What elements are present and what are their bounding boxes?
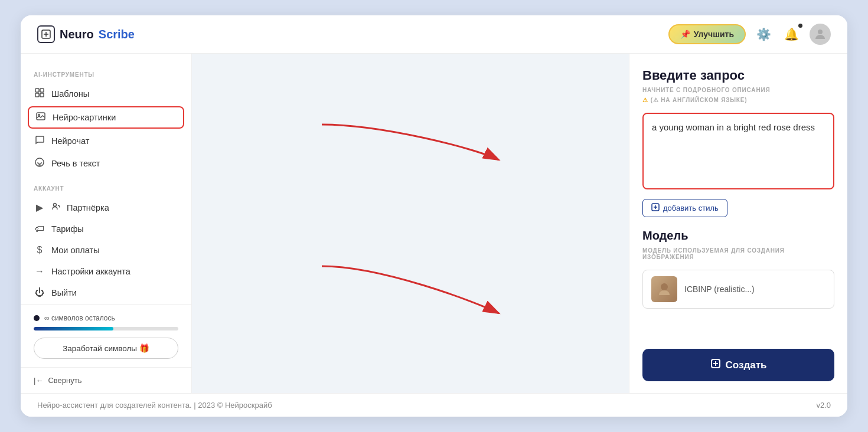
svg-rect-5 — [40, 93, 44, 97]
arrow2-svg — [310, 254, 511, 325]
create-label: Создать — [726, 359, 767, 371]
svg-rect-2 — [35, 89, 39, 92]
sidebar-section-account: АККАУНТ — [21, 185, 191, 192]
panel-subtitle2: ⚠ (⚠ НА АНГЛИЙСКОМ ЯЗЫКЕ) — [642, 97, 834, 103]
logout-label: Выйти — [51, 288, 77, 297]
panel-subtitle-text: НАЧНИТЕ С ПОДРОБНОГО ОПИСАНИЯ — [642, 87, 770, 93]
pin-icon: 📌 — [680, 30, 690, 39]
speech-label: Речь в текст — [51, 159, 100, 168]
svg-point-13 — [661, 283, 668, 290]
svg-point-7 — [38, 114, 40, 116]
create-button[interactable]: Создать — [642, 349, 834, 381]
logo-neuro: Neuro — [60, 28, 94, 41]
sidebar-item-neuro-images[interactable]: Нейро-картинки — [28, 106, 184, 129]
theme-toggle-button[interactable]: ⚙️ — [754, 25, 774, 44]
prompt-textarea[interactable] — [642, 113, 834, 189]
neuro-chat-label: Нейрочат — [51, 136, 89, 146]
tariffs-label: Тарифы — [51, 224, 84, 234]
model-selector[interactable]: ICBINP (realistic...) — [642, 270, 834, 309]
main-layout: AI-ИНСТРУМЕНТЫ Шаблоны — [21, 54, 847, 393]
symbols-label: ∞ символов осталось — [44, 314, 115, 322]
add-style-label: добавить стиль — [663, 204, 719, 212]
sidebar-collapse-button[interactable]: |← Свернуть — [21, 367, 191, 393]
symbols-info: ∞ символов осталось — [34, 314, 178, 322]
sidebar-item-payments[interactable]: $ Мои оплаты — [21, 240, 191, 261]
templates-icon — [34, 88, 45, 100]
sidebar-item-templates[interactable]: Шаблоны — [21, 83, 191, 105]
speech-icon — [34, 158, 45, 169]
svg-point-1 — [818, 30, 823, 34]
sidebar-item-account-settings[interactable]: → Настройки аккаунта — [21, 261, 191, 282]
app-container: NeuroScribe 📌 Улучшить ⚙️ 🔔 AI-ИНСТРУМЕН… — [21, 15, 847, 417]
add-style-button[interactable]: добавить стиль — [642, 199, 727, 217]
model-subtitle: МОДЕЛЬ ИСПОЛЬЗУЕМАЯ ДЛЯ СОЗДАНИЯ ИЗОБРАЖ… — [642, 247, 834, 260]
earn-button[interactable]: Заработай символы 🎁 — [34, 338, 178, 359]
logout-icon: ⏻ — [34, 287, 45, 298]
footer: Нейро-ассистент для создателей контента.… — [21, 393, 847, 417]
model-thumbnail — [651, 276, 677, 302]
collapse-label: Свернуть — [48, 376, 81, 385]
footer-version: v2.0 — [816, 401, 831, 410]
notification-button[interactable]: 🔔 — [782, 25, 801, 44]
logo-scribe: Scribe — [99, 28, 135, 41]
panel-title: Введите запрос — [642, 68, 834, 83]
svg-rect-4 — [35, 93, 39, 97]
upgrade-button[interactable]: 📌 Улучшить — [668, 24, 746, 44]
warning-icon: ⚠ — [642, 97, 648, 103]
progress-bar-fill — [34, 327, 113, 330]
add-style-icon — [651, 203, 660, 213]
svg-rect-3 — [40, 89, 44, 92]
avatar[interactable] — [810, 24, 831, 45]
logo-icon — [37, 25, 55, 43]
header: NeuroScribe 📌 Улучшить ⚙️ 🔔 — [21, 15, 847, 54]
model-section-title: Модель — [642, 229, 834, 243]
neuro-chat-icon — [34, 135, 45, 147]
account-settings-icon: → — [34, 266, 45, 277]
templates-label: Шаблоны — [51, 89, 89, 99]
neuro-images-label: Нейро-картинки — [53, 113, 116, 122]
notification-wrapper: 🔔 — [782, 25, 801, 44]
upgrade-label: Улучшить — [694, 30, 734, 39]
main-canvas — [192, 54, 629, 393]
sidebar: AI-ИНСТРУМЕНТЫ Шаблоны — [21, 54, 192, 393]
sidebar-section-ai: AI-ИНСТРУМЕНТЫ — [21, 71, 191, 78]
create-icon — [710, 358, 721, 372]
header-right: 📌 Улучшить ⚙️ 🔔 — [668, 24, 831, 45]
progress-bar-bg — [34, 327, 178, 330]
symbol-dot — [34, 315, 40, 321]
collapse-icon: |← — [34, 376, 43, 385]
partner-icon2 — [51, 202, 61, 213]
panel-subtitle: НАЧНИТЕ С ПОДРОБНОГО ОПИСАНИЯ — [642, 87, 834, 93]
sidebar-item-speech[interactable]: Речь в текст — [21, 152, 191, 175]
model-thumb-img — [651, 276, 677, 302]
sidebar-item-tariffs[interactable]: 🏷 Тарифы — [21, 218, 191, 240]
content-area: Введите запрос НАЧНИТЕ С ПОДРОБНОГО ОПИС… — [192, 54, 847, 393]
account-settings-label: Настройки аккаунта — [51, 267, 130, 276]
neuro-images-icon — [35, 112, 47, 123]
footer-left: Нейро-ассистент для создателей контента.… — [37, 401, 272, 410]
right-panel: Введите запрос НАЧНИТЕ С ПОДРОБНОГО ОПИС… — [629, 54, 847, 393]
sidebar-item-partner[interactable]: ▶ Партнёрка — [21, 197, 191, 218]
sidebar-footer: ∞ символов осталось Заработай символы 🎁 — [21, 304, 191, 367]
tariffs-icon: 🏷 — [34, 224, 45, 234]
sidebar-item-logout[interactable]: ⏻ Выйти — [21, 282, 191, 303]
logo: NeuroScribe — [37, 25, 135, 43]
arrow1-svg — [310, 113, 511, 184]
payments-icon: $ — [34, 245, 45, 256]
panel-subtitle2-text: (⚠ НА АНГЛИЙСКОМ ЯЗЫКЕ) — [651, 97, 748, 103]
payments-label: Мои оплаты — [51, 246, 100, 255]
sidebar-item-neuro-chat[interactable]: Нейрочат — [21, 130, 191, 152]
svg-point-9 — [54, 204, 57, 207]
model-name: ICBINP (realistic...) — [684, 284, 755, 294]
partner-icon: ▶ — [34, 202, 45, 213]
partner-label: Партнёрка — [67, 203, 109, 212]
